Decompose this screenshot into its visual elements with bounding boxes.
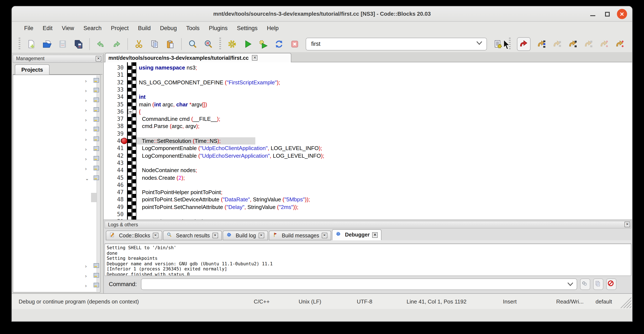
menu-debug[interactable]: Debug [156,22,182,35]
breakpoint-margin[interactable] [127,62,136,220]
menu-build[interactable]: Build [133,22,156,35]
code-editor[interactable]: 3031323334353637383940414243444546474849… [104,62,632,220]
step-into-instruction-icon[interactable] [615,39,624,49]
code-area[interactable]: using namespace ns3;NS_LOG_COMPONENT_DEF… [136,62,632,220]
tree-item-sock[interactable]: ›sock [13,134,96,144]
tree-expander-icon[interactable]: › [85,264,86,269]
tree-item-udp-[interactable]: ›udp- [13,271,96,281]
logs-tab-build-messages[interactable]: Build messages✕ [269,231,331,240]
menu-search[interactable]: Search [79,22,106,35]
tree-item-se[interactable]: se [13,232,96,242]
tree-item-wire[interactable]: ›wire [13,281,96,290]
save-icon[interactable] [58,39,67,49]
tree-expander-icon[interactable]: ⌄ [85,176,89,181]
debugger-attach-button[interactable] [580,278,590,290]
logs-tab-code-blocks[interactable]: Code::Blocks✕ [106,231,162,240]
tree-item-mat[interactable]: ›mat [13,95,96,105]
step-into-icon[interactable] [568,39,578,49]
tree-item-udp[interactable]: ›udp [13,261,96,271]
menu-settings[interactable]: Settings [232,22,262,35]
logs-tab-close-icon[interactable]: ✕ [322,233,327,238]
tab-projects[interactable]: Projects [15,65,50,75]
logs-tab-close-icon[interactable]: ✕ [212,233,218,238]
menu-view[interactable]: View [57,22,79,35]
debug-continue-button[interactable] [517,37,530,51]
minimize-button[interactable] [588,9,598,19]
tree-item-se[interactable]: se [13,222,96,232]
tree-item-fo[interactable]: fo [13,203,96,212]
undo-icon[interactable] [96,39,106,49]
tree-item-real[interactable]: ›real [13,115,96,125]
copy-icon[interactable] [150,39,159,49]
paste-icon[interactable] [166,39,175,49]
title-bar[interactable]: mnt/dev/tools/source/ns-3-dev/examples/t… [12,6,632,22]
resize-grip[interactable] [620,297,631,308]
tree-item-tuto[interactable]: ⌄tuto [13,173,96,183]
breakpoint-marker[interactable] [121,138,128,144]
debugger-output[interactable]: Setting SHELL to '/bin/sh'doneSetting br… [104,244,631,276]
abort-icon[interactable] [290,39,299,49]
new-file-icon[interactable] [27,39,36,49]
tree-item-fif[interactable]: fif [13,183,96,193]
redo-icon[interactable] [112,39,121,49]
logs-tab-close-icon[interactable]: ✕ [153,233,158,238]
tree-item-fir[interactable]: fir [13,193,96,203]
debugger-stop-button[interactable] [606,278,616,290]
tree-expander-icon[interactable]: › [85,137,86,142]
tree-item-si[interactable]: si [13,242,96,251]
tree-item-traf[interactable]: ›traf [13,164,96,173]
tree-expander-icon[interactable]: › [85,273,86,278]
build-and-run-icon[interactable] [259,39,268,49]
management-close-icon[interactable]: ✕ [96,56,101,62]
run-icon[interactable] [243,39,252,49]
tree-expander-icon[interactable]: › [85,117,86,123]
menu-plugins[interactable]: Plugins [204,22,232,35]
next-line-icon[interactable] [552,39,562,49]
logs-tab-close-icon[interactable]: ✕ [258,233,264,238]
tree-expander-icon[interactable]: › [85,283,86,288]
close-button[interactable] [617,9,627,19]
next-instruction-icon[interactable] [600,39,609,49]
tree-item-scratch[interactable]: ›scratch [13,290,96,292]
command-input[interactable] [141,278,577,290]
tree-item-nam[interactable]: ›nam [13,105,96,115]
logs-tab-search-results[interactable]: Search results✕ [163,231,222,240]
step-out-icon[interactable] [584,39,593,49]
build-target-combobox[interactable]: first [306,38,487,50]
tree-item-rout[interactable]: ›rout [13,125,96,134]
compiler-options-icon[interactable] [493,39,502,49]
tree-item-th[interactable]: th [13,251,96,261]
tree-expander-icon[interactable]: › [85,108,86,113]
command-dropdown-icon[interactable] [567,282,573,286]
tree-expander-icon[interactable]: › [85,127,86,132]
build-icon[interactable] [227,39,237,49]
fold-marker[interactable] [128,109,133,114]
tree-expander-icon[interactable]: › [85,147,86,152]
save-all-icon[interactable] [74,39,83,49]
cut-icon[interactable] [134,39,144,49]
tree-expander-icon[interactable]: › [85,166,86,171]
open-file-icon[interactable] [42,39,52,49]
logs-tab-debugger[interactable]: Debugger✕ [332,229,382,240]
rebuild-icon[interactable] [274,39,284,49]
menu-project[interactable]: Project [106,22,133,35]
menu-tools[interactable]: Tools [182,22,204,35]
debugger-clipboard-button[interactable] [593,278,603,290]
menu-file[interactable]: File [20,22,38,35]
logs-tab-build-log[interactable]: Build log✕ [222,231,268,240]
run-to-cursor-icon[interactable] [537,39,546,49]
menu-edit[interactable]: Edit [38,22,57,35]
logs-close-icon[interactable]: ✕ [624,222,630,227]
tree-expander-icon[interactable]: › [85,98,86,103]
tree-item-erro[interactable]: ›erro [13,76,96,86]
maximize-button[interactable] [602,9,612,19]
chevron-down-icon[interactable] [476,41,482,45]
tree-item-he[interactable]: he [13,212,96,222]
tree-expander-icon[interactable]: › [85,88,86,93]
logs-tab-close-icon[interactable]: ✕ [372,232,378,238]
replace-icon[interactable]: R [204,39,213,49]
tree-expander-icon[interactable]: › [85,78,86,84]
editor-tab-close-icon[interactable]: ✕ [252,55,258,61]
tree-item-stat[interactable]: ›stat [13,144,96,154]
tree-expander-icon[interactable]: › [85,156,86,161]
